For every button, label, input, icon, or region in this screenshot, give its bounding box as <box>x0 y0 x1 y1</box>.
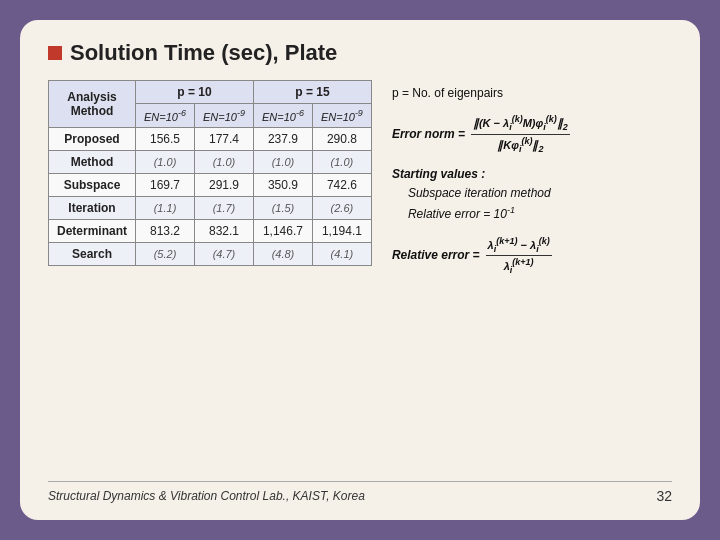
row-det-v3: 1,146.7 <box>253 219 312 242</box>
row-proposed-v4: 290.8 <box>312 127 371 150</box>
rel-frac: λi(k+1) − λi(k) λi(k+1) <box>486 235 552 277</box>
row-proposed-label2: Method <box>49 150 136 173</box>
row-subspace-s1: (1.1) <box>136 196 195 219</box>
error-norm-line: Error norm = ‖(K − λi(k)M)φi(k)‖2 ‖Kφi(k… <box>392 113 672 155</box>
row-subspace-s4: (2.6) <box>312 196 371 219</box>
relative-error-line: Relative error = λi(k+1) − λi(k) λi(k+1) <box>392 235 672 277</box>
error-norm-label: Error norm = <box>392 125 465 144</box>
row-det-label: Determinant <box>49 219 136 242</box>
row-det-v2: 832.1 <box>194 219 253 242</box>
row-subspace-label2: Iteration <box>49 196 136 219</box>
relative-error-label: Relative error = <box>392 246 480 265</box>
table-row: Proposed 156.5 177.4 237.9 290.8 <box>49 127 372 150</box>
subspace-method-label: Subspace iteration method <box>392 184 672 203</box>
eigenpairs-label: p = No. of eigenpairs <box>392 86 503 100</box>
footer-lab-text: Structural Dynamics & Vibration Control … <box>48 489 365 503</box>
row-proposed-v1: 156.5 <box>136 127 195 150</box>
row-det-v4: 1,194.1 <box>312 219 371 242</box>
table-row: Iteration (1.1) (1.7) (1.5) (2.6) <box>49 196 372 219</box>
right-panel: p = No. of eigenpairs Error norm = ‖(K −… <box>392 80 672 471</box>
row-proposed-s1: (1.0) <box>136 150 195 173</box>
error-norm-formula: ‖(K − λi(k)M)φi(k)‖2 ‖Kφi(k)‖2 <box>471 113 570 155</box>
row-subspace-v3: 350.9 <box>253 173 312 196</box>
row-det-s4: (4.1) <box>312 242 371 265</box>
col-en9-1: EN=10-9 <box>194 104 253 128</box>
error-norm-info: Error norm = ‖(K − λi(k)M)φi(k)‖2 ‖Kφi(k… <box>392 113 672 155</box>
table-row: Subspace 169.7 291.9 350.9 742.6 <box>49 173 372 196</box>
frac-denominator: ‖Kφi(k)‖2 <box>495 135 545 155</box>
col-p15: p = 15 <box>253 81 371 104</box>
frac-numerator: ‖(K − λi(k)M)φi(k)‖2 <box>471 113 570 134</box>
table-header-row: AnalysisMethod p = 10 p = 15 <box>49 81 372 104</box>
row-proposed-label: Proposed <box>49 127 136 150</box>
row-det-label2: Search <box>49 242 136 265</box>
row-proposed-s3: (1.0) <box>253 150 312 173</box>
title-icon <box>48 46 62 60</box>
row-proposed-v2: 177.4 <box>194 127 253 150</box>
row-subspace-v4: 742.6 <box>312 173 371 196</box>
col-en9-2: EN=10-9 <box>312 104 371 128</box>
rel-frac-den: λi(k+1) <box>502 256 536 276</box>
relative-error-info: Relative error = λi(k+1) − λi(k) λi(k+1) <box>392 235 672 277</box>
eigenpairs-info: p = No. of eigenpairs <box>392 84 672 103</box>
row-proposed-s2: (1.0) <box>194 150 253 173</box>
row-proposed-v3: 237.9 <box>253 127 312 150</box>
row-subspace-v1: 169.7 <box>136 173 195 196</box>
row-det-s3: (4.8) <box>253 242 312 265</box>
table-container: AnalysisMethod p = 10 p = 15 EN=10-6 EN=… <box>48 80 372 471</box>
slide: Solution Time (sec), Plate AnalysisMetho… <box>20 20 700 520</box>
table-row: Method (1.0) (1.0) (1.0) (1.0) <box>49 150 372 173</box>
row-proposed-s4: (1.0) <box>312 150 371 173</box>
row-det-v1: 813.2 <box>136 219 195 242</box>
title-text: Solution Time (sec), Plate <box>70 40 337 66</box>
col-en6-1: EN=10-6 <box>136 104 195 128</box>
page-number: 32 <box>656 488 672 504</box>
slide-footer: Structural Dynamics & Vibration Control … <box>48 481 672 504</box>
frac-formula: ‖(K − λi(k)M)φi(k)‖2 ‖Kφi(k)‖2 <box>471 113 570 155</box>
col-en6-2: EN=10-6 <box>253 104 312 128</box>
data-table: AnalysisMethod p = 10 p = 15 EN=10-6 EN=… <box>48 80 372 266</box>
row-det-s2: (4.7) <box>194 242 253 265</box>
row-subspace-label: Subspace <box>49 173 136 196</box>
row-det-s1: (5.2) <box>136 242 195 265</box>
table-row: Determinant 813.2 832.1 1,146.7 1,194.1 <box>49 219 372 242</box>
row-subspace-s3: (1.5) <box>253 196 312 219</box>
row-subspace-v2: 291.9 <box>194 173 253 196</box>
starting-values-info: Starting values : Subspace iteration met… <box>392 165 672 225</box>
table-row: Search (5.2) (4.7) (4.8) (4.1) <box>49 242 372 265</box>
relative-error-formula: λi(k+1) − λi(k) λi(k+1) <box>486 235 552 277</box>
slide-title: Solution Time (sec), Plate <box>48 40 672 66</box>
col-p10: p = 10 <box>136 81 254 104</box>
relative-error-init: Relative error = 10-1 <box>392 203 672 224</box>
content-area: AnalysisMethod p = 10 p = 15 EN=10-6 EN=… <box>48 80 672 471</box>
rel-frac-num: λi(k+1) − λi(k) <box>486 235 552 256</box>
row-subspace-s2: (1.7) <box>194 196 253 219</box>
starting-values-label: Starting values : <box>392 165 672 184</box>
col-analysis: AnalysisMethod <box>49 81 136 128</box>
